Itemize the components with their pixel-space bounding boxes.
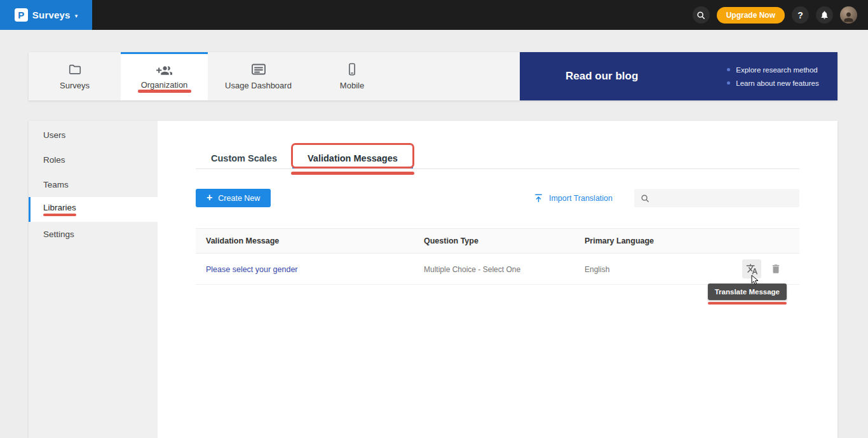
validation-message-link[interactable]: Please select your gender xyxy=(206,265,298,274)
plus-icon: + xyxy=(207,192,212,203)
import-icon xyxy=(534,193,543,203)
content-tabs: Custom Scales Validation Messages xyxy=(196,147,799,169)
bullet-dot-icon xyxy=(727,68,730,71)
cell-primary-language: English xyxy=(585,263,742,275)
search-input[interactable] xyxy=(654,193,793,203)
main-nav: Surveys Organization Usage Dashboard Mob… xyxy=(29,52,837,100)
upgrade-now-button[interactable]: Upgrade Now xyxy=(717,7,785,24)
toolbar-right: Import Translation xyxy=(534,189,799,207)
translate-tooltip-wrap: Translate Message xyxy=(708,284,787,305)
search-button[interactable] xyxy=(693,6,710,24)
sidebar: Users Roles Teams Libraries Settings xyxy=(29,121,158,438)
app-window: P Surveys ▾ Upgrade Now ? Surveys xyxy=(0,0,868,438)
table-row: Please select your gender Multiple Choic… xyxy=(196,254,799,285)
nav-tab-label: Mobile xyxy=(340,81,364,90)
nav-tab-organization[interactable]: Organization xyxy=(121,52,208,100)
main-panel: Users Roles Teams Libraries Settings Cus… xyxy=(29,121,837,438)
blog-bullet-list: Explore research method Learn about new … xyxy=(727,66,818,87)
annotation-underline-libraries xyxy=(43,214,76,216)
cell-question-type: Multiple Choice - Select One xyxy=(424,263,585,275)
search-icon xyxy=(696,11,705,20)
nav-tab-usage-dashboard[interactable]: Usage Dashboard xyxy=(208,52,309,100)
trash-icon xyxy=(770,263,782,275)
person-icon xyxy=(842,10,855,24)
content-area: Custom Scales Validation Messages + Crea… xyxy=(158,121,837,438)
cell-validation-message: Please select your gender xyxy=(206,263,424,275)
annotation-underline-tooltip xyxy=(708,302,787,305)
sidebar-item-label: Libraries xyxy=(43,203,76,212)
nav-tab-surveys[interactable]: Surveys xyxy=(29,52,121,100)
question-type-text: Multiple Choice - Select One xyxy=(424,265,520,274)
blog-title: Read our blog xyxy=(566,70,638,83)
app-logo-icon: P xyxy=(15,8,28,22)
sidebar-item-label-wrap: Libraries xyxy=(43,203,76,216)
import-translation-label: Import Translation xyxy=(549,194,613,203)
column-header-validation-message: Validation Message xyxy=(206,236,424,245)
translate-message-button[interactable] xyxy=(742,259,761,278)
main-nav-tabs: Surveys Organization Usage Dashboard Mob… xyxy=(29,52,395,100)
blog-bullet-item: Learn about new features xyxy=(727,79,818,87)
group-add-icon xyxy=(156,63,172,76)
table-search[interactable] xyxy=(634,189,799,207)
nav-tab-label: Usage Dashboard xyxy=(225,81,292,90)
create-new-label: Create New xyxy=(218,194,260,203)
help-button[interactable]: ? xyxy=(792,6,809,24)
annotation-underline-organization xyxy=(138,90,191,93)
nav-tab-mobile[interactable]: Mobile xyxy=(309,52,395,100)
notifications-button[interactable] xyxy=(816,6,833,24)
avatar[interactable] xyxy=(840,6,857,24)
sidebar-item-roles[interactable]: Roles xyxy=(29,147,158,172)
table-header-row: Validation Message Question Type Primary… xyxy=(196,228,799,254)
toolbar: + Create New Import Translation xyxy=(196,189,799,207)
import-translation-link[interactable]: Import Translation xyxy=(534,193,613,203)
blog-bullet-item: Explore research method xyxy=(727,66,818,74)
annotation-underline-validation-messages xyxy=(291,172,414,175)
folder-icon xyxy=(68,62,82,76)
tab-validation-messages[interactable]: Validation Messages xyxy=(292,147,413,168)
nav-tab-label: Organization xyxy=(141,80,188,90)
sidebar-item-teams[interactable]: Teams xyxy=(29,172,158,197)
mobile-icon xyxy=(345,62,359,76)
sidebar-item-libraries[interactable]: Libraries xyxy=(29,197,158,222)
sidebar-item-users[interactable]: Users xyxy=(29,123,158,147)
primary-language-text: English xyxy=(585,265,609,274)
sidebar-item-settings[interactable]: Settings xyxy=(29,222,158,247)
blog-bullet-text: Learn about new features xyxy=(736,79,818,87)
blog-banner[interactable]: Read our blog Explore research method Le… xyxy=(520,52,837,100)
topbar: P Surveys ▾ Upgrade Now ? xyxy=(0,0,868,30)
create-new-button[interactable]: + Create New xyxy=(196,189,271,207)
validation-messages-table: Validation Message Question Type Primary… xyxy=(196,228,799,285)
translate-tooltip: Translate Message xyxy=(708,284,787,300)
column-header-primary-language: Primary Language xyxy=(585,236,782,245)
tab-label: Validation Messages xyxy=(308,153,398,163)
product-switcher[interactable]: P Surveys ▾ xyxy=(0,0,92,30)
search-icon xyxy=(641,194,649,203)
chevron-down-icon: ▾ xyxy=(75,13,78,19)
row-actions: Translate Message xyxy=(742,259,782,278)
nav-tab-label: Surveys xyxy=(60,81,90,90)
brand-title: Surveys xyxy=(32,10,71,20)
topbar-actions: Upgrade Now ? xyxy=(693,6,868,24)
column-header-question-type: Question Type xyxy=(424,236,585,245)
translate-icon xyxy=(746,263,758,275)
tab-custom-scales[interactable]: Custom Scales xyxy=(196,147,292,168)
dashboard-icon xyxy=(251,63,266,76)
bell-icon xyxy=(820,10,829,20)
delete-message-button[interactable] xyxy=(770,263,782,275)
bullet-dot-icon xyxy=(727,81,730,85)
blog-bullet-text: Explore research method xyxy=(736,66,817,74)
